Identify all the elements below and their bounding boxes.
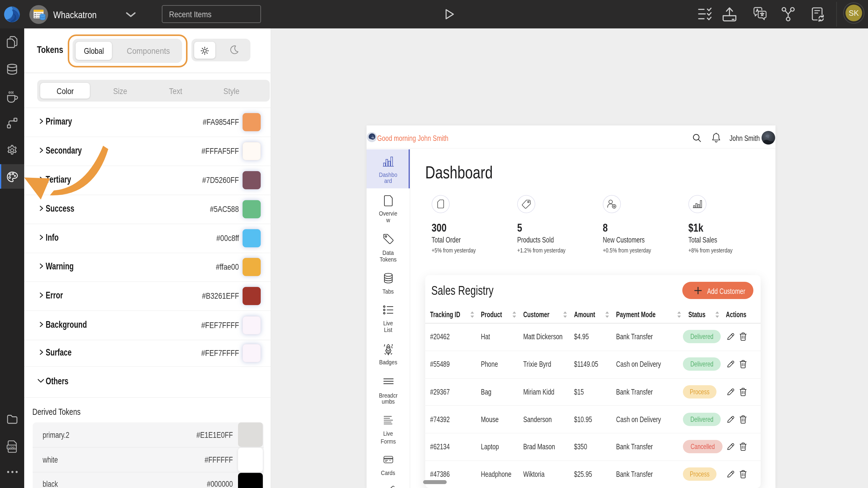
svg-text:LOG: LOG: [8, 446, 15, 449]
svg-text:SK: SK: [849, 9, 859, 17]
